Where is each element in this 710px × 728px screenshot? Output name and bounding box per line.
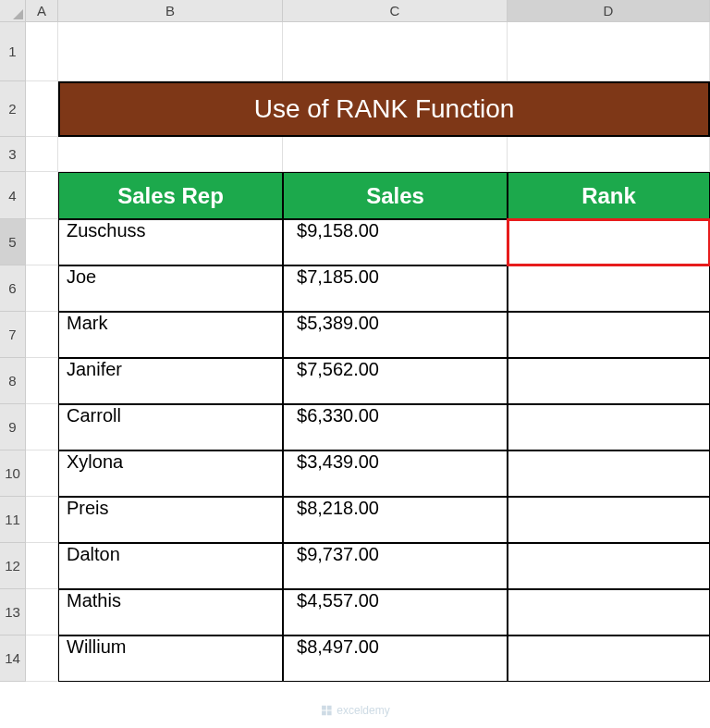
watermark-icon [320, 704, 333, 717]
sales-value: 7,185.00 [307, 266, 379, 287]
sales-value: 6,330.00 [307, 405, 379, 426]
cell-A6[interactable] [26, 265, 58, 312]
watermark-text: exceldemy [337, 704, 389, 717]
sales-cell[interactable]: $9,737.00 [283, 543, 508, 589]
sales-value: 7,562.00 [307, 359, 379, 379]
currency-symbol: $ [297, 220, 307, 241]
cell-B3[interactable] [58, 137, 283, 172]
cell-C3[interactable] [283, 137, 508, 172]
sales-value: 4,557.00 [307, 590, 379, 611]
sales-rep-cell[interactable]: Zuschuss [58, 219, 283, 265]
cell-A8[interactable] [26, 358, 58, 404]
cell-A12[interactable] [26, 543, 58, 589]
cell-C1[interactable] [283, 22, 508, 81]
spreadsheet: ABCD 1234567891011121314 Use of RANK Fun… [0, 0, 710, 728]
title-cell[interactable]: Use of RANK Function [58, 81, 710, 137]
sales-cell[interactable]: $7,562.00 [283, 358, 508, 404]
cell-A5[interactable] [26, 219, 58, 265]
row-header-14[interactable]: 14 [0, 635, 26, 682]
row-header-1[interactable]: 1 [0, 22, 26, 81]
currency-symbol: $ [297, 590, 307, 611]
currency-symbol: $ [297, 359, 307, 379]
cell-A9[interactable] [26, 404, 58, 450]
sales-rep-cell[interactable]: Xylona [58, 450, 283, 497]
column-header-B[interactable]: B [58, 0, 283, 22]
sales-rep-cell[interactable]: Janifer [58, 358, 283, 404]
cell-A3[interactable] [26, 137, 58, 172]
column-header-A[interactable]: A [26, 0, 58, 22]
row-header-13[interactable]: 13 [0, 589, 26, 635]
header-sales[interactable]: Sales [283, 172, 508, 219]
sales-rep-cell[interactable]: Mathis [58, 589, 283, 635]
row-headers: 1234567891011121314 [0, 22, 26, 682]
sales-cell[interactable]: $7,185.00 [283, 265, 508, 312]
row-header-5[interactable]: 5 [0, 219, 26, 265]
cell-A7[interactable] [26, 312, 58, 358]
row-header-7[interactable]: 7 [0, 312, 26, 358]
sales-rep-cell[interactable]: Joe [58, 265, 283, 312]
watermark: exceldemy [320, 704, 389, 717]
currency-symbol: $ [297, 405, 307, 426]
sales-cell[interactable]: $9,158.00 [283, 219, 508, 265]
rank-cell[interactable] [508, 312, 710, 358]
currency-symbol: $ [297, 544, 307, 564]
cell-A14[interactable] [26, 635, 58, 682]
rank-cell[interactable] [508, 589, 710, 635]
cell-A11[interactable] [26, 497, 58, 543]
row-header-6[interactable]: 6 [0, 265, 26, 312]
row-header-12[interactable]: 12 [0, 543, 26, 589]
row-header-8[interactable]: 8 [0, 358, 26, 404]
sales-cell[interactable]: $8,218.00 [283, 497, 508, 543]
header-salesRep[interactable]: Sales Rep [58, 172, 283, 219]
sales-rep-cell[interactable]: Willium [58, 635, 283, 682]
column-header-C[interactable]: C [283, 0, 508, 22]
cell-D1[interactable] [508, 22, 710, 81]
cell-D3[interactable] [508, 137, 710, 172]
currency-symbol: $ [297, 313, 307, 333]
row-header-2[interactable]: 2 [0, 81, 26, 137]
sales-cell[interactable]: $8,497.00 [283, 635, 508, 682]
row-header-11[interactable]: 11 [0, 497, 26, 543]
sales-cell[interactable]: $3,439.00 [283, 450, 508, 497]
sales-value: 9,737.00 [307, 544, 379, 564]
currency-symbol: $ [297, 266, 307, 287]
currency-symbol: $ [297, 451, 307, 472]
rank-cell[interactable] [508, 450, 710, 497]
row-header-10[interactable]: 10 [0, 450, 26, 497]
rank-cell[interactable] [508, 543, 710, 589]
rank-cell[interactable] [508, 219, 710, 265]
cell-A13[interactable] [26, 589, 58, 635]
row-header-3[interactable]: 3 [0, 137, 26, 172]
sales-value: 8,218.00 [307, 498, 379, 518]
sales-value: 9,158.00 [307, 220, 379, 241]
column-header-D[interactable]: D [508, 0, 710, 22]
sales-rep-cell[interactable]: Carroll [58, 404, 283, 450]
sales-rep-cell[interactable]: Preis [58, 497, 283, 543]
sales-rep-cell[interactable]: Dalton [58, 543, 283, 589]
cell-A1[interactable] [26, 22, 58, 81]
cell-B1[interactable] [58, 22, 283, 81]
sales-cell[interactable]: $6,330.00 [283, 404, 508, 450]
row-header-4[interactable]: 4 [0, 172, 26, 219]
cell-A10[interactable] [26, 450, 58, 497]
sales-value: 8,497.00 [307, 636, 379, 657]
select-all-corner[interactable] [0, 0, 26, 22]
sales-rep-cell[interactable]: Mark [58, 312, 283, 358]
rank-cell[interactable] [508, 497, 710, 543]
sales-value: 3,439.00 [307, 451, 379, 472]
header-rank[interactable]: Rank [508, 172, 710, 219]
rank-cell[interactable] [508, 404, 710, 450]
sales-cell[interactable]: $5,389.00 [283, 312, 508, 358]
rank-cell[interactable] [508, 635, 710, 682]
grid-area: Use of RANK FunctionSales RepSalesRankZu… [26, 22, 710, 682]
sales-value: 5,389.00 [307, 313, 379, 333]
rank-cell[interactable] [508, 358, 710, 404]
cell-A2[interactable] [26, 81, 58, 137]
currency-symbol: $ [297, 498, 307, 518]
rank-cell[interactable] [508, 265, 710, 312]
row-header-9[interactable]: 9 [0, 404, 26, 450]
sales-cell[interactable]: $4,557.00 [283, 589, 508, 635]
cell-A4[interactable] [26, 172, 58, 219]
currency-symbol: $ [297, 636, 307, 657]
column-headers: ABCD [26, 0, 710, 22]
